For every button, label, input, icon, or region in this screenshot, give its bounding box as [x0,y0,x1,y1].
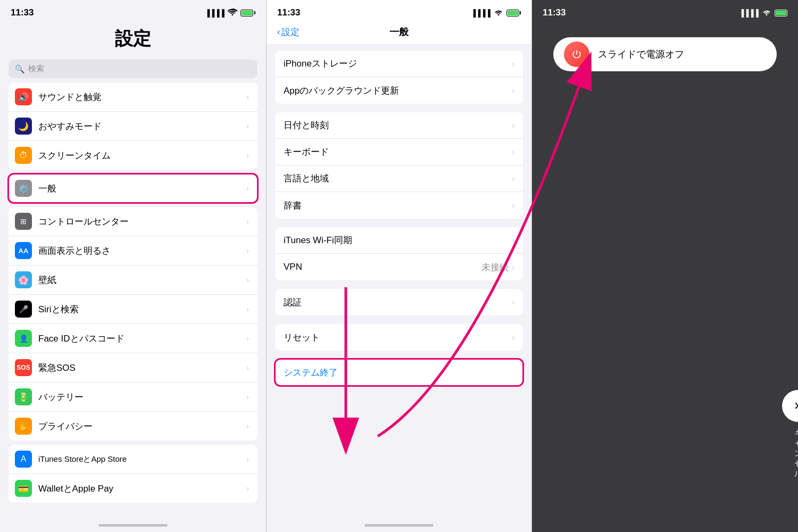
list-item[interactable]: 辞書 › [275,192,523,219]
list-item[interactable]: ✋ プライバシー › [9,412,257,440]
list-item[interactable]: リセット › [275,324,523,351]
list-item[interactable]: A iTunes StoreとApp Store › [9,445,257,474]
search-placeholder: 検索 [28,64,44,74]
list-item[interactable]: ⊞ コントロールセンター › [9,207,257,236]
back-chevron-icon: ‹ [277,27,280,37]
chevron-icon: › [246,184,249,193]
status-icons-1: ▐▐▐▐ [205,8,255,18]
list-item[interactable]: キーボード › [275,139,523,165]
power-icon [564,41,589,67]
wifi-icon [228,8,237,18]
list-item[interactable]: 🔋 バッテリー › [9,383,257,412]
keyboard-label: キーボード [284,146,512,158]
list-item[interactable]: 🌸 壁紙 › [9,265,257,295]
battery-icon-2 [506,10,521,16]
list-item[interactable]: 🌙 おやすみモード › [9,112,257,141]
vpn-value: 未接続 [481,261,509,273]
auth-section: 認証 › [275,289,523,315]
controlcenter-label: コントロールセンター [38,215,246,228]
datetime-label: 日付と時刻 [284,119,512,131]
list-item[interactable]: 🔊 サウンドと触覚 › [9,82,257,112]
home-indicator-2 [364,524,434,527]
chevron-icon: › [246,276,249,284]
settings-section-3: ⊞ コントロールセンター › AA 画面表示と明るさ › 🌸 壁紙 › 🎤 Si… [9,207,257,440]
cancel-label: キャンセル [794,428,799,479]
wifi-icon-3 [762,8,771,18]
display-icon: AA [15,242,32,259]
list-item[interactable]: 💳 WalletとApple Pay › [9,474,257,503]
time-3: 11:33 [543,7,566,18]
wallpaper-label: 壁紙 [38,274,246,286]
list-item[interactable]: AA 画面表示と明るさ › [9,236,257,265]
chevron-icon: › [246,484,249,493]
list-item[interactable]: 言語と地域 › [275,165,523,192]
general-section-highlighted: ⚙️ 一般 › [9,174,257,203]
list-item[interactable]: iTunes Wi-Fi同期 › [275,227,523,254]
settings-section-4: A iTunes StoreとApp Store › 💳 WalletとAppl… [9,445,257,503]
sound-icon: 🔊 [15,88,32,105]
spacer [267,285,531,289]
settings-title: 設定 [115,28,151,48]
home-area-1 [0,507,266,532]
power-slider-text: スライドで電源オフ [598,48,684,61]
chevron-icon: › [512,121,514,130]
search-icon: 🔍 [15,64,25,74]
general-row[interactable]: ⚙️ 一般 › [9,174,257,203]
faceid-label: Face IDとパスコード [38,332,246,345]
spacer [267,320,531,324]
itunes-label: iTunes StoreとApp Store [38,454,246,464]
list-item[interactable]: 👤 Face IDとパスコード › [9,324,257,353]
datetime-section: 日付と時刻 › キーボード › 言語と地域 › 辞書 › [275,112,523,219]
home-area-2 [267,386,531,532]
shutdown-section-highlighted: システム終了 [275,359,523,386]
screentime-label: スクリーンタイム [38,149,246,162]
spacer [267,108,531,112]
list-item[interactable]: VPN 未接続 › [275,254,523,280]
list-item[interactable]: SOS 緊急SOS › [9,353,257,383]
controlcenter-icon: ⊞ [15,213,32,230]
dnd-label: おやすみモード [38,120,246,132]
chevron-icon: › [512,298,514,306]
spacer-top [267,45,531,51]
chevron-icon: › [512,201,514,210]
chevron-icon: › [246,363,249,372]
chevron-icon: › [512,263,514,271]
home-indicator-1 [98,524,168,527]
chevron-icon: › [512,174,514,183]
auth-label: 認証 [284,296,512,309]
chevron-icon: › [246,305,249,313]
cancel-button[interactable]: ✕ [782,390,798,422]
chevron-icon: › [246,217,249,226]
list-item[interactable]: ⏱ スクリーンタイム › [9,141,257,170]
status-bar-1: 11:33 ▐▐▐▐ [0,0,266,21]
bg-refresh-label: Appのバックグラウンド更新 [284,85,512,97]
list-item[interactable]: iPhoneストレージ › [275,51,523,77]
chevron-icon: › [246,246,249,255]
iphone-storage-label: iPhoneストレージ [284,57,512,70]
shutdown-row[interactable]: システム終了 [275,359,523,386]
settings-section-1: 🔊 サウンドと触覚 › 🌙 おやすみモード › ⏱ スクリーンタイム › [9,82,257,170]
status-bar-2: 11:33 ▐▐▐▐ [267,0,531,21]
power-slider[interactable]: スライドで電源オフ [553,37,777,71]
chevron-icon: › [246,455,249,463]
wallpaper-icon: 🌸 [15,271,32,288]
general-panel: 11:33 ▐▐▐▐ ‹ 設定 一般 iPhoneスト [266,0,532,532]
sound-label: サウンドと触覚 [38,91,246,103]
list-item[interactable]: 🎤 Siriと検索 › [9,295,257,324]
search-bar[interactable]: 🔍 検索 [9,60,257,78]
list-item[interactable]: Appのバックグラウンド更新 › [275,77,523,104]
shutdown-label: システム終了 [284,367,338,379]
settings-nav-header: 設定 [0,21,266,55]
back-button[interactable]: ‹ 設定 [277,26,300,38]
reset-section: リセット › [275,324,523,351]
list-item[interactable]: 認証 › [275,289,523,315]
siri-icon: 🎤 [15,301,32,318]
signal-icon-3: ▐▐▐▐ [739,9,759,17]
time-2: 11:33 [277,7,300,18]
status-icons-3: ▐▐▐▐ [739,8,787,18]
battery-icon-3 [775,10,787,16]
list-item[interactable]: 日付と時刻 › [275,112,523,139]
general-title: 一般 [389,26,409,38]
privacy-label: プライバシー [38,420,246,433]
signal-icon: ▐▐▐▐ [205,9,225,17]
